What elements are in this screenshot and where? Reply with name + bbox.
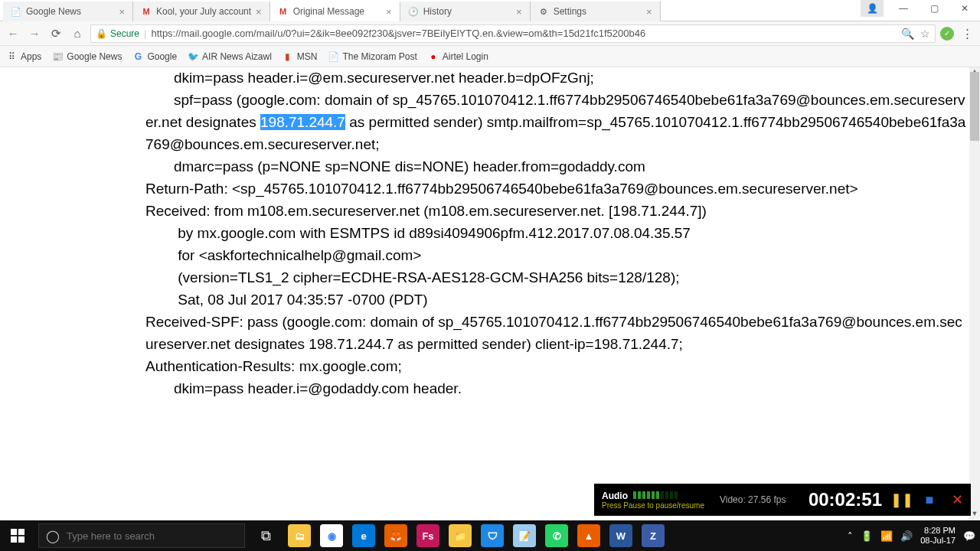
tray-time: 8:28 PM: [920, 526, 956, 536]
tray-volume-icon[interactable]: 🔊: [900, 530, 913, 542]
zoom-icon[interactable]: 🔍: [901, 28, 914, 40]
gmail-icon: M: [278, 6, 289, 17]
taskbar-app-explorer[interactable]: 🗂: [283, 520, 315, 551]
lock-icon: 🔒 Secure: [96, 28, 139, 39]
omnibox[interactable]: 🔒 Secure | https://mail.google.com/mail/…: [90, 24, 936, 43]
recorder-audio: Audio Press Pause to pause/resume: [594, 488, 712, 512]
tray-chevron-icon[interactable]: ˄: [848, 530, 853, 542]
taskbar-app-edge[interactable]: e: [348, 520, 380, 551]
omnibox-actions: 🔍 ☆: [901, 28, 930, 40]
bookmark-label: Google: [147, 51, 177, 62]
gmail-icon: M: [141, 6, 152, 17]
history-icon: 🕑: [408, 6, 419, 17]
reload-button[interactable]: ⟳: [47, 25, 64, 42]
notifications-icon[interactable]: 💬: [963, 530, 975, 542]
tray-wifi-icon[interactable]: 📶: [880, 530, 893, 542]
tab-settings[interactable]: ⚙ Settings ×: [531, 2, 661, 21]
taskbar-app-z[interactable]: Z: [637, 520, 669, 551]
bookmark-label: The Mizoram Post: [342, 51, 416, 62]
twitter-icon: 🐦: [188, 51, 198, 62]
taskbar-app-vlc[interactable]: ▲: [573, 520, 605, 551]
svg-rect-2: [11, 536, 17, 543]
bookmark-google[interactable]: GGoogle: [132, 51, 177, 62]
bookmark-label: MSN: [297, 51, 318, 62]
close-icon[interactable]: ×: [646, 6, 652, 18]
tray-clock[interactable]: 8:28 PM 08-Jul-17: [920, 526, 956, 546]
page-icon: 📄: [11, 6, 21, 17]
video-fps-label: Video: 27.56 fps: [720, 494, 786, 505]
close-window-button[interactable]: ✕: [949, 0, 980, 17]
taskbar-app-firefox[interactable]: 🦊: [380, 520, 412, 551]
task-view-button[interactable]: ⧉: [248, 520, 283, 551]
taskbar-app-shield[interactable]: 🛡: [476, 520, 508, 551]
window-controls: 👤 ― ▢ ✕: [861, 0, 980, 21]
bookmark-msn[interactable]: ▮MSN: [283, 51, 318, 62]
system-tray: ˄ 🔋 📶 🔊 8:28 PM 08-Jul-17 💬: [848, 526, 980, 546]
back-button[interactable]: ←: [5, 25, 21, 42]
scroll-thumb[interactable]: [970, 72, 979, 141]
tab-strip: 📄 Google News × M Kool, your July accoun…: [0, 0, 861, 21]
separator: |: [144, 28, 146, 39]
bookmark-label: Airtel Login: [443, 51, 488, 62]
gear-icon: ⚙: [538, 6, 549, 17]
home-button[interactable]: ⌂: [69, 25, 86, 42]
selected-ip: 198.71.244.7: [260, 114, 345, 130]
close-icon[interactable]: ×: [256, 6, 262, 18]
taskbar-app-whatsapp[interactable]: ✆: [541, 520, 573, 551]
menu-button[interactable]: ⋮: [959, 25, 975, 42]
recorder-video: Video: 27.56 fps: [712, 492, 794, 507]
tab-label: Settings: [554, 6, 642, 17]
search-input[interactable]: [67, 530, 244, 542]
bookmark-google-news[interactable]: 📰Google News: [52, 51, 122, 62]
start-button[interactable]: [0, 520, 35, 551]
stop-button[interactable]: ■: [918, 488, 941, 511]
page-content: dkim=pass header.i=@em.secureserver.net …: [0, 67, 969, 520]
taskbar-search[interactable]: ◯: [38, 523, 245, 548]
tray-date: 08-Jul-17: [920, 536, 956, 546]
close-recorder-button[interactable]: ✕: [946, 488, 969, 511]
close-icon[interactable]: ×: [119, 6, 125, 18]
msn-icon: ▮: [283, 51, 293, 62]
recorder-time: 00:02:51: [802, 489, 888, 510]
tab-label: Kool, your July account: [156, 6, 251, 17]
raw-email-headers[interactable]: dkim=pass header.i=@em.secureserver.net …: [0, 67, 969, 400]
star-icon[interactable]: ☆: [920, 28, 930, 40]
tab-original-message[interactable]: M Original Message ×: [270, 2, 400, 21]
tab-google-news[interactable]: 📄 Google News ×: [3, 2, 133, 21]
browser-titlebar: 📄 Google News × M Kool, your July accoun…: [0, 0, 980, 21]
windows-taskbar: ◯ ⧉ 🗂 ◉ e 🦊 Fs 📁 🛡 📝 ✆ ▲ W Z ˄ 🔋 📶 🔊 8:2…: [0, 520, 980, 551]
scroll-down-icon[interactable]: ▼: [969, 510, 980, 520]
taskbar-app-word[interactable]: W: [605, 520, 637, 551]
minimize-button[interactable]: ―: [888, 0, 919, 17]
tab-history[interactable]: 🕑 History ×: [400, 2, 531, 21]
page-icon: 📄: [328, 51, 338, 62]
taskbar-app-notepad[interactable]: 📝: [508, 520, 541, 551]
tray-battery-icon[interactable]: 🔋: [861, 530, 873, 542]
google-icon: G: [132, 51, 143, 62]
pause-button[interactable]: ❚❚: [890, 488, 913, 511]
audio-label: Audio: [602, 491, 628, 501]
extension-icon[interactable]: ✓: [940, 27, 954, 41]
taskbar-app-folder[interactable]: 📁: [444, 520, 476, 551]
news-icon: 📰: [52, 51, 63, 62]
bookmark-mizoram-post[interactable]: 📄The Mizoram Post: [328, 51, 416, 62]
bookmark-apps[interactable]: ⠿Apps: [6, 51, 41, 62]
forward-button: →: [26, 25, 43, 42]
maximize-button[interactable]: ▢: [919, 0, 949, 17]
close-icon[interactable]: ×: [386, 6, 392, 18]
header-text-post: as permitted sender) smtp.mailfrom=sp_45…: [145, 114, 965, 396]
bookmark-airtel[interactable]: ●Airtel Login: [428, 51, 488, 62]
address-bar: ← → ⟳ ⌂ 🔒 Secure | https://mail.google.c…: [0, 21, 980, 46]
taskbar-app-fs[interactable]: Fs: [412, 520, 444, 551]
bookmark-air-news[interactable]: 🐦AIR News Aizawl: [188, 51, 272, 62]
bookmark-label: Apps: [21, 51, 41, 62]
apps-icon: ⠿: [6, 51, 17, 62]
taskbar-app-chrome[interactable]: ◉: [315, 520, 348, 551]
url-text: https://mail.google.com/mail/u/0?ui=2&ik…: [151, 28, 897, 39]
profile-button[interactable]: 👤: [861, 0, 884, 17]
tab-gmail-kool[interactable]: M Kool, your July account ×: [133, 2, 270, 21]
secure-label: Secure: [110, 28, 139, 39]
vertical-scrollbar[interactable]: ▲ ▼: [969, 67, 980, 520]
close-icon[interactable]: ×: [516, 6, 522, 18]
audio-meter: [633, 491, 678, 499]
